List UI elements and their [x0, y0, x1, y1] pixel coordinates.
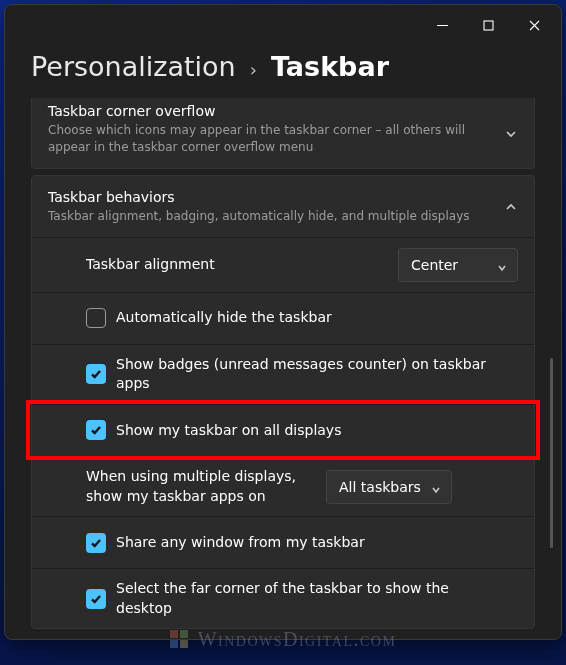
scrollbar[interactable]	[550, 358, 553, 548]
minimize-button[interactable]	[419, 5, 465, 45]
setting-label: Share any window from my taskbar	[116, 533, 518, 553]
select-value: Center	[411, 257, 458, 273]
auto-hide-checkbox[interactable]	[86, 308, 106, 328]
show-badges-checkbox[interactable]	[86, 364, 106, 384]
chevron-down-icon	[497, 260, 507, 270]
taskbar-behaviors-section: Taskbar behaviors Taskbar alignment, bad…	[31, 175, 535, 630]
multi-display-select[interactable]: All taskbars	[326, 470, 452, 504]
setting-label: When using multiple displays, show my ta…	[86, 467, 326, 506]
setting-label: Taskbar alignment	[86, 255, 398, 275]
far-corner-checkbox[interactable]	[86, 589, 106, 609]
chevron-down-icon	[504, 126, 518, 140]
chevron-down-icon	[431, 482, 441, 492]
settings-body: Taskbar corner overflow Choose which ico…	[5, 98, 561, 639]
show-taskbar-all-displays-checkbox[interactable]	[86, 420, 106, 440]
far-corner-desktop-row[interactable]: Select the far corner of the taskbar to …	[32, 568, 534, 628]
titlebar	[5, 5, 561, 45]
setting-label: Select the far corner of the taskbar to …	[116, 579, 518, 618]
svg-rect-1	[484, 21, 493, 30]
show-taskbar-all-displays-row[interactable]: Show my taskbar on all displays	[32, 404, 534, 456]
chevron-right-icon: ›	[250, 59, 257, 80]
share-window-checkbox[interactable]	[86, 533, 106, 553]
section-title: Taskbar corner overflow	[48, 102, 484, 120]
select-value: All taskbars	[339, 479, 421, 495]
section-title: Taskbar behaviors	[48, 188, 484, 206]
multi-display-apps-row: When using multiple displays, show my ta…	[32, 456, 534, 516]
taskbar-corner-overflow-section[interactable]: Taskbar corner overflow Choose which ico…	[31, 98, 535, 169]
taskbar-alignment-row: Taskbar alignment Center	[32, 237, 534, 292]
settings-window: Personalization › Taskbar Taskbar corner…	[4, 4, 562, 640]
breadcrumb: Personalization › Taskbar	[5, 45, 561, 98]
setting-label: Show badges (unread messages counter) on…	[116, 355, 518, 394]
close-button[interactable]	[511, 5, 557, 45]
breadcrumb-parent[interactable]: Personalization	[31, 51, 236, 82]
section-subtitle: Choose which icons may appear in the tas…	[48, 122, 484, 156]
share-window-row[interactable]: Share any window from my taskbar	[32, 516, 534, 568]
taskbar-behaviors-header[interactable]: Taskbar behaviors Taskbar alignment, bad…	[32, 176, 534, 237]
section-subtitle: Taskbar alignment, badging, automaticall…	[48, 208, 484, 225]
chevron-up-icon	[504, 199, 518, 213]
show-badges-row[interactable]: Show badges (unread messages counter) on…	[32, 344, 534, 404]
setting-label: Show my taskbar on all displays	[116, 421, 518, 441]
auto-hide-taskbar-row[interactable]: Automatically hide the taskbar	[32, 292, 534, 344]
setting-label: Automatically hide the taskbar	[116, 308, 518, 328]
page-title: Taskbar	[271, 51, 389, 82]
maximize-button[interactable]	[465, 5, 511, 45]
taskbar-alignment-select[interactable]: Center	[398, 248, 518, 282]
